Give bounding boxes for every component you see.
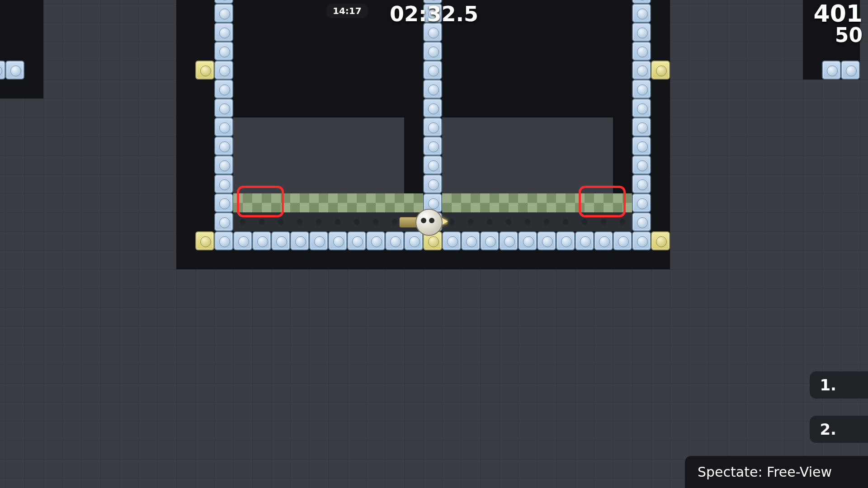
spectate-bar[interactable]: Spectate: Free-View	[685, 456, 868, 488]
weapon-slot-1[interactable]: 1.	[810, 371, 868, 399]
round-time: 14:17	[333, 5, 362, 16]
race-timer: 02:32.5	[390, 2, 478, 26]
score-bottom: 50	[813, 25, 863, 45]
weapon-slot-2[interactable]: 2.	[810, 416, 868, 443]
spectate-label: Spectate: Free-View	[698, 464, 832, 480]
round-time-pill: 14:17	[326, 4, 368, 18]
slot-label: 2.	[820, 420, 836, 438]
score-top: 401	[813, 2, 863, 25]
game-world[interactable]	[0, 0, 868, 488]
slot-label: 1.	[820, 376, 836, 394]
score-panel: 401 50	[813, 2, 863, 45]
